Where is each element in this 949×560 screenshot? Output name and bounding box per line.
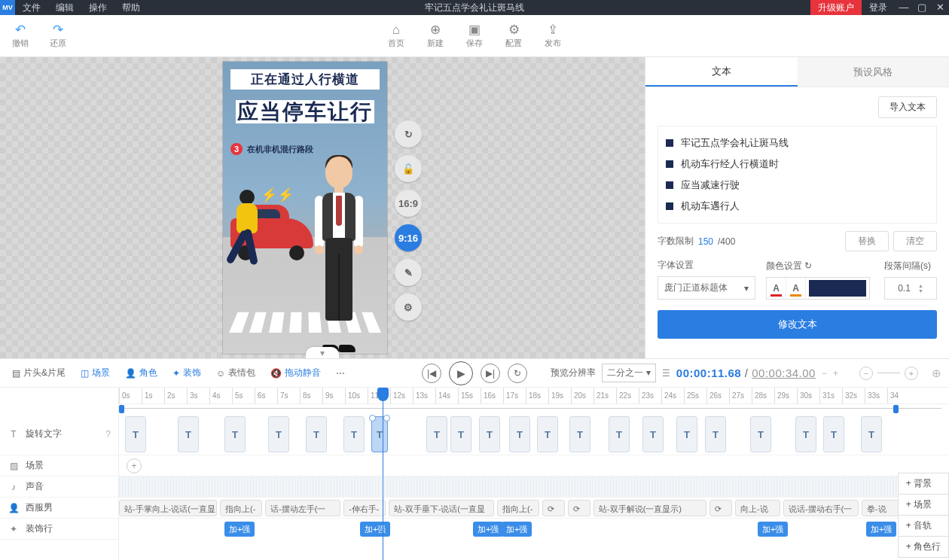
add-scene-button[interactable]: + bbox=[127, 458, 142, 473]
menu-edit[interactable]: 编辑 bbox=[48, 0, 81, 15]
publish-button[interactable]: ⇪发布 bbox=[545, 23, 561, 49]
redo-button[interactable]: ↷还原 bbox=[50, 23, 66, 49]
prev-button[interactable]: |◀ bbox=[422, 364, 441, 383]
settings-tool[interactable]: ⚙ bbox=[395, 294, 422, 321]
motion-clip[interactable]: ⟳ bbox=[709, 500, 732, 516]
tab-preset-style[interactable]: 预设风格 bbox=[798, 57, 950, 87]
motion-clip[interactable]: 指向上(- bbox=[220, 500, 262, 516]
replace-button[interactable]: 替换 bbox=[845, 231, 889, 251]
close-button[interactable]: ✕ bbox=[931, 0, 949, 15]
zoom-in-button[interactable]: + bbox=[905, 367, 918, 380]
decor-clip[interactable]: 加+强 bbox=[224, 522, 255, 537]
font-select[interactable]: 庞门正道标题体▾ bbox=[658, 276, 755, 300]
track-sound[interactable]: 🔇 bbox=[119, 476, 949, 498]
motion-clip[interactable]: 指向上(- bbox=[497, 500, 539, 516]
playhead[interactable] bbox=[383, 388, 383, 560]
help-icon[interactable]: ? bbox=[105, 429, 111, 440]
timeline-ruler[interactable]: 0s1s2s3s4s5s6s7s8s9s10s11s12s13s14s15s16… bbox=[119, 388, 949, 404]
ratio-16-9-tool[interactable]: 16:9 bbox=[395, 190, 422, 217]
menu-action[interactable]: 操作 bbox=[81, 0, 114, 15]
menu-help[interactable]: 帮助 bbox=[114, 0, 148, 15]
motion-clip[interactable]: 拳-说 bbox=[862, 500, 899, 516]
color-picker[interactable]: AA bbox=[766, 277, 870, 300]
add-background-button[interactable]: + 背景 bbox=[898, 473, 949, 495]
tab-scene[interactable]: ◫场景 bbox=[76, 364, 114, 382]
track-label-decor[interactable]: ✦装饰行 bbox=[0, 519, 118, 540]
tab-more[interactable]: ⋯ bbox=[331, 365, 349, 382]
maximize-button[interactable]: ▢ bbox=[913, 0, 931, 15]
tab-role[interactable]: 👤角色 bbox=[121, 364, 162, 382]
text-keyframe[interactable]: T bbox=[426, 416, 447, 452]
time-minus[interactable]: − bbox=[822, 368, 827, 379]
motion-clip[interactable]: 话-摆动左手(一 bbox=[265, 500, 340, 516]
track-rotate-text[interactable]: TTTTTTTTTTTTTTTTTTTTT bbox=[119, 413, 949, 455]
stage-frame[interactable]: 正在通过人行横道 应当停车让行 3 在机非机混行路段 ⚡⚡ bbox=[223, 62, 387, 354]
track-label-suit-man[interactable]: 👤西服男 bbox=[0, 498, 118, 519]
motion-clip[interactable]: ⟳ bbox=[542, 500, 565, 516]
decor-clip[interactable]: 加+强 bbox=[758, 522, 788, 537]
color-swatch[interactable] bbox=[809, 280, 866, 297]
decor-clip[interactable]: 加+强 bbox=[473, 522, 503, 537]
text-keyframe[interactable]: T bbox=[306, 416, 327, 452]
refresh-icon[interactable]: ↻ bbox=[804, 260, 812, 271]
zoom-fit-button[interactable]: ⊕ bbox=[932, 367, 941, 380]
ratio-9-16-tool[interactable]: 9:16 bbox=[395, 224, 422, 251]
undo-button[interactable]: ↶撤销 bbox=[12, 23, 29, 49]
text-color-b-icon[interactable]: A bbox=[786, 278, 806, 299]
motion-clip[interactable]: 站-双手垂下-说话(一直显 bbox=[389, 500, 494, 516]
text-keyframe[interactable]: T bbox=[178, 416, 199, 452]
text-keyframe[interactable]: T bbox=[861, 416, 882, 452]
canvas-pulldown[interactable]: ▾ bbox=[306, 347, 339, 359]
track-suit-man[interactable]: 站-手掌向上-说话(一直显指向上(-话-摆动左手(一-伸右手-站-双手垂下-说话… bbox=[119, 498, 949, 519]
new-button[interactable]: ⊕新建 bbox=[427, 23, 444, 49]
motion-clip[interactable]: 向上-说 bbox=[735, 500, 780, 516]
track-decor[interactable]: 加+强加+强加+强加+强加+强加+强 bbox=[119, 519, 949, 540]
motion-clip[interactable]: -伸右手- bbox=[343, 500, 386, 516]
tab-drag-mute[interactable]: 🔇拖动静音 bbox=[266, 364, 325, 382]
motion-clip[interactable]: 说话-摆动右手(一 bbox=[783, 500, 859, 516]
text-keyframe[interactable]: T bbox=[750, 416, 771, 452]
menu-file[interactable]: 文件 bbox=[15, 0, 48, 15]
text-keyframe[interactable]: T bbox=[642, 416, 664, 452]
motion-clip[interactable]: 站-手掌向上-说话(一直显 bbox=[119, 500, 217, 516]
tab-head-tail[interactable]: ▤片头&片尾 bbox=[8, 364, 70, 382]
timeline-range[interactable] bbox=[119, 406, 949, 413]
clear-button[interactable]: 清空 bbox=[893, 231, 937, 251]
decor-clip[interactable]: 加+强 bbox=[360, 522, 390, 537]
text-list[interactable]: 牢记五点学会礼让斑马线 机动车行经人行横道时 应当减速行驶 机动车遇行人 bbox=[658, 126, 937, 224]
edit-tool[interactable]: ✎ bbox=[395, 259, 422, 286]
modify-text-button[interactable]: 修改文本 bbox=[658, 310, 937, 339]
add-scene-track-button[interactable]: + 场景 bbox=[898, 494, 949, 516]
preview-resolution-select[interactable]: 二分之一 ▾ bbox=[602, 364, 655, 382]
track-label-sound[interactable]: ♪声音 bbox=[0, 476, 118, 498]
text-keyframe[interactable]: T bbox=[676, 416, 697, 452]
text-color-a-icon[interactable]: A bbox=[767, 278, 786, 299]
home-button[interactable]: ⌂首页 bbox=[388, 23, 404, 49]
loop-button[interactable]: ↻ bbox=[508, 364, 527, 383]
config-button[interactable]: ⚙配置 bbox=[505, 23, 522, 49]
refresh-tool[interactable]: ↻ bbox=[395, 120, 422, 148]
zoom-out-button[interactable]: − bbox=[859, 367, 873, 380]
decor-clip[interactable]: 加+强 bbox=[502, 522, 532, 537]
gap-spinner[interactable]: 0.1▲▼ bbox=[884, 277, 937, 300]
text-keyframe[interactable]: T bbox=[509, 416, 530, 452]
tab-decor[interactable]: ✦装饰 bbox=[168, 364, 206, 382]
login-button[interactable]: 登录 bbox=[862, 0, 895, 15]
track-label-rotate-text[interactable]: T旋转文字? bbox=[0, 413, 118, 455]
list-item[interactable]: 牢记五点学会礼让斑马线 bbox=[666, 132, 929, 154]
play-button[interactable]: ▶ bbox=[449, 361, 473, 385]
tab-emoji[interactable]: ☺表情包 bbox=[212, 364, 260, 382]
canvas-area[interactable]: 正在通过人行横道 应当停车让行 3 在机非机混行路段 ⚡⚡ ↻ 🔓 16:9 9… bbox=[0, 57, 645, 358]
list-item[interactable]: 机动车行经人行横道时 bbox=[666, 154, 929, 175]
text-keyframe[interactable]: T bbox=[609, 416, 630, 452]
text-keyframe[interactable]: T bbox=[823, 416, 844, 452]
text-keyframe[interactable]: T bbox=[268, 416, 289, 452]
track-scene[interactable]: + bbox=[119, 455, 949, 476]
motion-clip[interactable]: ⟳ bbox=[568, 500, 590, 516]
decor-clip[interactable]: 加+强 bbox=[866, 522, 896, 537]
add-role-button[interactable]: + 角色行 bbox=[898, 536, 949, 558]
text-keyframe[interactable]: T bbox=[343, 416, 365, 452]
text-keyframe[interactable]: T bbox=[795, 416, 816, 452]
import-text-button[interactable]: 导入文本 bbox=[878, 96, 937, 118]
text-keyframe[interactable]: T bbox=[705, 416, 726, 452]
